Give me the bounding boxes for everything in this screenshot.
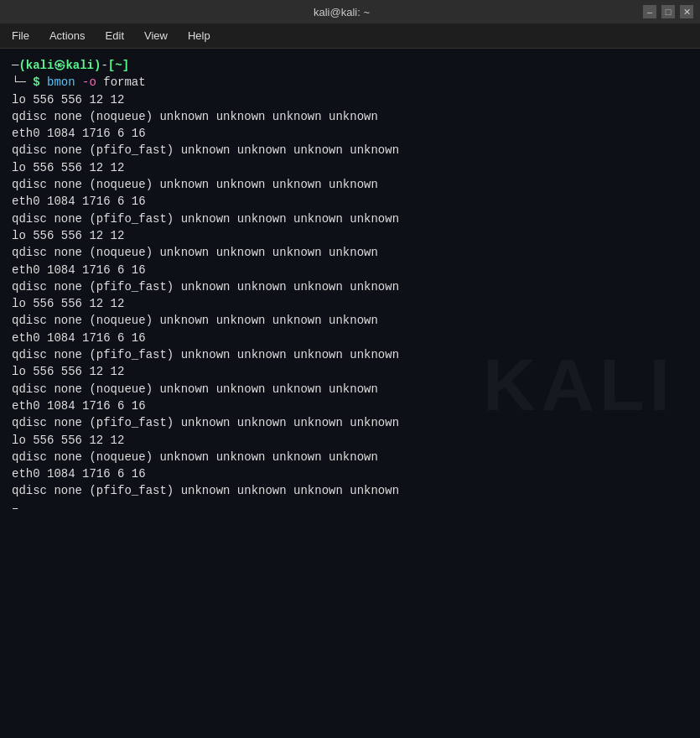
menu-file[interactable]: File [7, 28, 34, 44]
title-bar-title: kali@kali: ~ [40, 6, 643, 18]
output-line: qdisc none (pfifo_fast) unknown unknown … [12, 346, 688, 363]
menu-view[interactable]: View [139, 28, 173, 44]
title-bar-controls: – □ ✕ [643, 5, 693, 18]
output-line: lo 556 556 12 12 [12, 432, 688, 449]
output-line: eth0 1084 1716 6 16 [12, 465, 688, 482]
menu-edit[interactable]: Edit [101, 28, 129, 44]
menu-bar: File Actions Edit View Help [0, 23, 700, 49]
prompt-cmd: bmon [47, 75, 75, 89]
menu-help[interactable]: Help [183, 28, 215, 44]
menu-actions[interactable]: Actions [44, 28, 91, 44]
output-container: lo 556 556 12 12qdisc none (noqueue) unk… [12, 91, 688, 500]
output-line: lo 556 556 12 12 [12, 91, 688, 108]
output-line: qdisc none (pfifo_fast) unknown unknown … [12, 278, 688, 295]
output-line: eth0 1084 1716 6 16 [12, 262, 688, 278]
output-line: qdisc none (noqueue) unknown unknown unk… [12, 449, 688, 465]
output-line: qdisc none (noqueue) unknown unknown unk… [12, 381, 688, 398]
output-line: qdisc none (pfifo_fast) unknown unknown … [12, 482, 688, 499]
output-line: lo 556 556 12 12 [12, 227, 688, 244]
output-line: qdisc none (noqueue) unknown unknown unk… [12, 176, 688, 193]
maximize-button[interactable]: □ [661, 5, 675, 18]
output-line: qdisc none (pfifo_fast) unknown unknown … [12, 414, 688, 431]
output-line: eth0 1084 1716 6 16 [12, 125, 688, 142]
prompt-arrow: └─ [12, 75, 26, 89]
cursor-dash: – [12, 502, 18, 515]
prompt-user: (kali㉿kali) [18, 59, 101, 72]
output-line: lo 556 556 12 12 [12, 159, 688, 176]
output-line: eth0 1084 1716 6 16 [12, 330, 688, 346]
prompt-flag: -o [82, 75, 96, 89]
close-button[interactable]: ✕ [680, 5, 693, 18]
terminal-output: ─(kali㉿kali)-[~] └─ $ bmon -o format [12, 57, 688, 91]
prompt-dollar: $ [33, 75, 39, 89]
terminal[interactable]: KALI ─(kali㉿kali)-[~] └─ $ bmon -o forma… [0, 49, 700, 738]
terminal-cursor-line: – [12, 500, 688, 517]
output-line: qdisc none (noqueue) unknown unknown unk… [12, 244, 688, 261]
output-line: lo 556 556 12 12 [12, 363, 688, 380]
prompt-arg: format [103, 75, 145, 89]
output-line: qdisc none (pfifo_fast) unknown unknown … [12, 210, 688, 227]
output-line: eth0 1084 1716 6 16 [12, 398, 688, 414]
output-line: qdisc none (noqueue) unknown unknown unk… [12, 312, 688, 329]
title-bar: kali@kali: ~ – □ ✕ [0, 0, 700, 23]
output-line: lo 556 556 12 12 [12, 295, 688, 312]
prompt-dir-bracket: [~] [108, 59, 129, 72]
prompt-sep: - [101, 59, 107, 72]
minimize-button[interactable]: – [643, 5, 656, 18]
output-line: qdisc none (pfifo_fast) unknown unknown … [12, 142, 688, 159]
output-line: eth0 1084 1716 6 16 [12, 193, 688, 210]
output-line: qdisc none (noqueue) unknown unknown unk… [12, 108, 688, 125]
